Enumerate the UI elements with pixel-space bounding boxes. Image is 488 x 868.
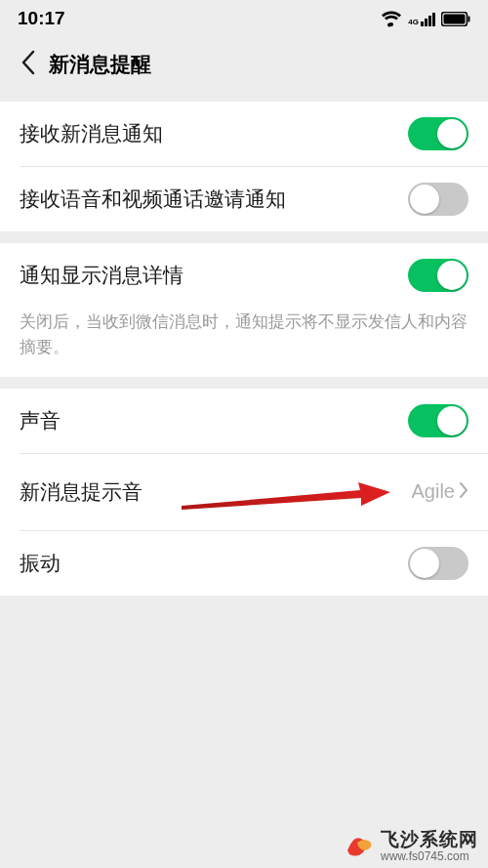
toggle-show-detail[interactable]: [408, 259, 468, 292]
status-time: 10:17: [18, 8, 65, 29]
row-show-detail[interactable]: 通知显示消息详情: [0, 243, 488, 308]
row-label: 新消息提示音: [20, 478, 142, 506]
toggle-sound[interactable]: [408, 404, 468, 437]
row-label: 接收新消息通知: [20, 120, 163, 147]
signal-icon: 4G: [408, 11, 435, 26]
row-receive-msg[interactable]: 接收新消息通知: [0, 102, 488, 166]
back-button[interactable]: [8, 45, 47, 84]
watermark-logo-icon: [344, 829, 375, 864]
row-receive-call[interactable]: 接收语音和视频通话邀请通知: [0, 167, 488, 231]
row-label: 声音: [20, 407, 61, 434]
group-notifications: 接收新消息通知 接收语音和视频通话邀请通知: [0, 102, 488, 231]
watermark: 飞沙系统网 www.fs0745.com: [336, 823, 488, 868]
watermark-title: 飞沙系统网: [381, 830, 478, 850]
wifi-icon: [381, 10, 402, 27]
tone-value: Agile: [412, 480, 455, 503]
status-bar: 10:17 4G: [0, 0, 488, 37]
watermark-sub: www.fs0745.com: [381, 850, 478, 863]
svg-rect-3: [468, 16, 470, 21]
nav-bar: 新消息提醒: [0, 37, 488, 92]
row-label: 接收语音和视频通话邀请通知: [20, 186, 286, 213]
row-label: 振动: [20, 550, 61, 577]
toggle-receive-call[interactable]: [408, 183, 468, 216]
row-tone[interactable]: 新消息提示音 Agile: [0, 454, 488, 530]
chevron-left-icon: [20, 50, 35, 79]
status-indicators: 4G: [381, 10, 470, 27]
svg-point-0: [389, 22, 393, 26]
row-label: 通知显示消息详情: [20, 262, 183, 289]
group-sound: 声音 新消息提示音 Agile 振动: [0, 389, 488, 596]
battery-icon: [441, 12, 470, 26]
page-title: 新消息提醒: [49, 51, 151, 78]
hint-show-detail: 关闭后，当收到微信消息时，通知提示将不显示发信人和内容摘要。: [0, 308, 488, 377]
row-vibrate[interactable]: 振动: [0, 531, 488, 596]
toggle-vibrate[interactable]: [408, 547, 468, 580]
row-sound[interactable]: 声音: [0, 389, 488, 453]
chevron-right-icon: [459, 481, 468, 503]
group-detail: 通知显示消息详情 关闭后，当收到微信消息时，通知提示将不显示发信人和内容摘要。: [0, 243, 488, 377]
svg-rect-2: [444, 14, 466, 23]
toggle-receive-msg[interactable]: [408, 117, 468, 150]
